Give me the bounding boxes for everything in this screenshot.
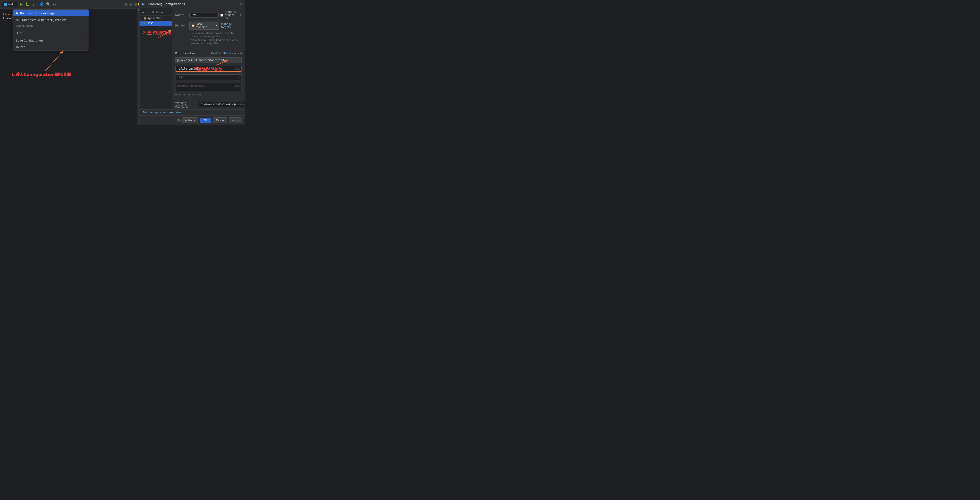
prog-args-icons: ⤢ ↗ bbox=[235, 84, 240, 87]
working-dir-row: Working directory: C:\Users\24923\IdeaPr… bbox=[175, 102, 242, 108]
debug-icon[interactable]: 🐛 bbox=[25, 2, 29, 6]
run-btn-label: Run bbox=[188, 119, 193, 122]
folder-icon: ▦ bbox=[143, 17, 146, 20]
local-machine-icon: 🏠 bbox=[191, 24, 195, 27]
press-alt-hint: Press Alt for field hints bbox=[175, 93, 242, 96]
save-label: Save Configuration bbox=[16, 39, 43, 42]
menu-item-run-coverage-label: Run 'Test' with Coverage bbox=[20, 11, 55, 15]
config-icon: ▷ bbox=[145, 22, 146, 25]
program-args-field[interactable]: Program arguments ⤢ ↗ bbox=[175, 83, 242, 91]
config-form: Name: Store as project file ⚙ Run on: 🏠 … bbox=[172, 8, 245, 110]
tree-copy-button[interactable]: ⧉ bbox=[151, 10, 155, 14]
prog-args-open-icon[interactable]: ↗ bbox=[238, 84, 240, 87]
toolbar-icons: ▶ 🐛 ⋮ 👤 🔍 ⚙ bbox=[20, 2, 56, 6]
sdk-value: java 22 SDK of 'snakeforfood' module bbox=[177, 59, 238, 62]
tree-sort-button[interactable]: ≡ bbox=[160, 10, 164, 14]
run-on-dropdown[interactable]: 🏠 Local machine ▾ bbox=[189, 22, 219, 30]
name-row: Name: Store as project file ⚙ bbox=[175, 10, 242, 20]
main-class-field[interactable]: Test ↗ bbox=[175, 74, 242, 80]
run-button[interactable]: ▶ Run ▾ bbox=[183, 117, 198, 123]
minimize-button[interactable]: — bbox=[124, 3, 127, 6]
store-project-file-checkbox[interactable] bbox=[220, 14, 223, 17]
vm-open-icon[interactable]: ↗ bbox=[238, 67, 240, 70]
dialog-body: + — ⧉ ⧉ ≡ ▾ ▦ Application ▷ Test Name: bbox=[140, 8, 245, 110]
cancel-button[interactable]: Cancel bbox=[213, 117, 228, 123]
dialog-close-button[interactable]: ✕ bbox=[239, 2, 242, 6]
title-tab[interactable]: Test ▾ bbox=[2, 2, 17, 6]
manage-targets-link[interactable]: Manage targets... bbox=[221, 22, 242, 29]
modify-options-link[interactable]: Modify options ∨ Alt+M bbox=[211, 52, 242, 55]
menu-item-profile-label: Profile 'Test' with 'IntelliJ Profiler' bbox=[21, 18, 66, 22]
dialog-title-bar: ▶ Run/Debug Configurations ✕ bbox=[140, 0, 245, 8]
store-settings-icon[interactable]: ⚙ bbox=[240, 14, 242, 17]
dialog-actions: ? ▶ Run ▾ OK Cancel Apply bbox=[140, 116, 245, 125]
menu-item-save[interactable]: Save Configuration bbox=[13, 37, 89, 44]
title-bar: Test ▾ ▶ 🐛 ⋮ 👤 🔍 ⚙ — □ ✕ bbox=[0, 0, 139, 8]
run-on-chevron-icon: ▾ bbox=[216, 24, 217, 27]
search-icon[interactable]: 🔍 bbox=[46, 2, 51, 6]
main-class-open-icon[interactable]: ↗ bbox=[238, 76, 240, 79]
dropdown-menu: ▶ Run 'Test' with Coverage ◎ Profile 'Te… bbox=[13, 10, 89, 51]
dialog-title-icon: ▶ bbox=[142, 2, 145, 6]
edit-label: Edit... bbox=[17, 32, 25, 35]
config-tree: + — ⧉ ⧉ ≡ ▾ ▦ Application ▷ Test bbox=[140, 8, 172, 110]
run-btn-icon: ▶ bbox=[185, 119, 188, 122]
tree-item-label: Test bbox=[147, 22, 153, 25]
help-button[interactable]: ? bbox=[177, 119, 181, 122]
tab-file-icon bbox=[3, 3, 7, 6]
more-icon[interactable]: ⋮ bbox=[32, 2, 35, 6]
dialog-title: Run/Debug Configurations bbox=[146, 2, 185, 6]
tab-chevron: ▾ bbox=[14, 3, 16, 5]
expand-icon: ▾ bbox=[141, 17, 142, 19]
tree-remove-button[interactable]: — bbox=[146, 10, 150, 14]
run-on-label: Run on: bbox=[175, 24, 188, 27]
name-label: Name: bbox=[175, 13, 188, 17]
build-run-section-header: Build and run Modify options ∨ Alt+M bbox=[175, 52, 242, 55]
run-icon[interactable]: ▶ bbox=[20, 2, 23, 6]
menu-item-run-coverage[interactable]: ▶ Run 'Test' with Coverage bbox=[13, 10, 89, 16]
name-input[interactable] bbox=[189, 13, 219, 17]
main-class-value: Test bbox=[177, 76, 237, 79]
profile-icon: ◎ bbox=[16, 18, 19, 22]
settings-icon[interactable]: ⚙ bbox=[53, 2, 56, 6]
store-checkbox-label: Store as project file bbox=[225, 10, 238, 20]
apply-button[interactable]: Apply bbox=[229, 117, 242, 123]
run-on-row: Run on: 🏠 Local machine ▾ Manage targets… bbox=[175, 22, 242, 30]
vm-expand-icon[interactable]: ⤢ bbox=[235, 67, 237, 70]
working-dir-label: Working directory: bbox=[175, 102, 198, 108]
sdk-dropdown[interactable]: java 22 SDK of 'snakeforfood' module ▾ bbox=[175, 57, 242, 63]
build-run-title: Build and run bbox=[175, 52, 197, 55]
run-on-value: Local machine bbox=[196, 22, 215, 29]
config-section-label: Configuration bbox=[13, 23, 89, 28]
sdk-chevron-icon: ▾ bbox=[239, 59, 240, 61]
run-hint: Run configurations may be executed local… bbox=[190, 32, 242, 45]
tree-paste-button[interactable]: ⧉ bbox=[156, 10, 159, 14]
tree-toolbar: + — ⧉ ⧉ ≡ bbox=[140, 9, 172, 16]
window-controls: — □ ✕ bbox=[124, 3, 137, 6]
store-checkbox-row: Store as project file ⚙ bbox=[220, 10, 242, 20]
modify-options-shortcut: ∨ bbox=[232, 52, 234, 55]
add-user-icon[interactable]: 👤 bbox=[39, 2, 44, 6]
ok-button[interactable]: OK bbox=[200, 117, 211, 123]
menu-item-edit[interactable]: Edit... bbox=[14, 30, 87, 37]
menu-item-profile[interactable]: ◎ Profile 'Test' with 'IntelliJ Profiler… bbox=[13, 16, 89, 23]
run-btn-chevron: ▾ bbox=[194, 119, 196, 122]
tree-add-button[interactable]: + bbox=[141, 10, 145, 14]
maximize-button[interactable]: □ bbox=[129, 3, 132, 6]
prog-args-placeholder: Program arguments bbox=[177, 84, 234, 87]
menu-item-delete[interactable]: Delete bbox=[13, 44, 89, 50]
vm-field-icons: ⤢ ↗ bbox=[235, 67, 240, 70]
run-debug-dialog: ▶ Run/Debug Configurations ✕ + — ⧉ ⧉ ≡ ▾… bbox=[139, 0, 245, 125]
vm-options-value: -Dfile.encoding=gbk bbox=[177, 67, 234, 70]
ide-panel: Test ▾ ▶ 🐛 ⋮ 👤 🔍 ⚙ — □ ✕ String[] args) … bbox=[0, 0, 139, 125]
footer-link[interactable]: Edit configuration templates... bbox=[140, 110, 245, 116]
tree-group-label: Application bbox=[147, 17, 162, 20]
prog-args-expand-icon[interactable]: ⤢ bbox=[235, 84, 237, 87]
delete-label: Delete bbox=[16, 45, 25, 49]
tree-group-application[interactable]: ▾ ▦ Application bbox=[140, 16, 172, 21]
working-dir-value[interactable]: C:\Users\24923\IdeaProjects\snakeforfood bbox=[199, 102, 245, 107]
tree-item-test[interactable]: ▷ Test bbox=[140, 21, 172, 25]
run-coverage-icon: ▶ bbox=[16, 11, 18, 15]
vm-options-field[interactable]: -Dfile.encoding=gbk ⤢ ↗ bbox=[175, 66, 242, 71]
tab-title: Test bbox=[8, 3, 13, 6]
